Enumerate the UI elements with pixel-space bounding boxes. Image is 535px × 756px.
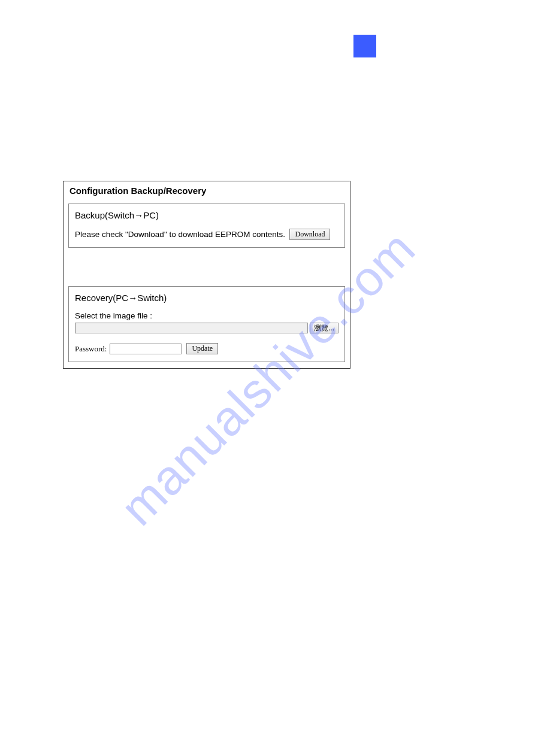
panel-header: Configuration Backup/Recovery <box>64 181 350 200</box>
file-select-label: Select the image file : <box>75 311 338 320</box>
recovery-title: Recovery(PC→Switch) <box>75 293 338 303</box>
config-backup-recovery-panel: Configuration Backup/Recovery Backup(Swi… <box>63 181 350 369</box>
password-label: Password: <box>75 344 107 354</box>
file-path-input[interactable] <box>75 323 308 333</box>
backup-title: Backup(Switch→PC) <box>75 210 338 220</box>
recovery-section: Recovery(PC→Switch) Select the image fil… <box>68 286 345 362</box>
decorative-square <box>353 35 376 57</box>
update-button[interactable]: Update <box>186 343 218 354</box>
backup-description: Please check "Download" to download EEPR… <box>75 230 285 239</box>
backup-section: Backup(Switch→PC) Please check "Download… <box>68 204 345 248</box>
download-button[interactable]: Download <box>289 229 330 240</box>
section-gap <box>64 254 350 283</box>
password-input[interactable] <box>110 344 182 354</box>
browse-button[interactable]: 瀏覽... <box>310 323 338 333</box>
file-input-row: 瀏覽... <box>75 323 338 333</box>
password-row: Password: Update <box>75 343 338 354</box>
